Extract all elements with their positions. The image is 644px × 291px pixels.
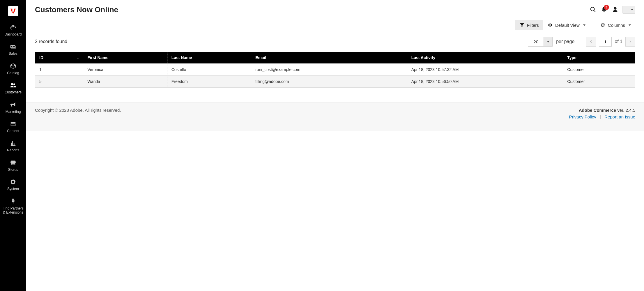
sidebar-item-content[interactable]: Content (0, 117, 26, 136)
cell-activity: Apr 18, 2023 10:57:32 AM (407, 64, 563, 76)
people-icon (0, 81, 26, 89)
sidebar-item-sales[interactable]: Sales (0, 40, 26, 59)
next-page-button[interactable] (625, 37, 635, 47)
cell-last: Costello (167, 64, 251, 76)
col-header-last-activity[interactable]: Last Activity (407, 52, 563, 64)
notifications-button[interactable]: 3 (599, 4, 610, 15)
sidebar-item-reports[interactable]: Reports (0, 136, 26, 156)
records-found-text: 2 records found (35, 39, 67, 44)
chevron-right-icon (629, 40, 632, 43)
cell-id: 5 (35, 76, 83, 88)
adobe-logo-icon (10, 8, 16, 14)
product-name: Adobe Commerce (579, 108, 616, 113)
nav-label: Stores (0, 168, 26, 172)
sidebar: Dashboard Sales Catalog Customers Market (0, 0, 26, 291)
footer-divider: | (600, 114, 601, 119)
cell-email: tilling@adobe.com (251, 76, 407, 88)
account-button[interactable] (610, 4, 621, 15)
nav-label: Reports (0, 148, 26, 152)
page-title: Customers Now Online (35, 5, 118, 14)
table-header-row: ID ↓ First Name Last Name Email Last Act… (35, 52, 635, 64)
gear-icon (0, 178, 26, 186)
filters-label: Filters (527, 23, 539, 28)
col-label: Type (567, 55, 576, 60)
user-icon (612, 6, 618, 13)
page-size-control: per page (528, 37, 574, 47)
nav-label: Content (0, 129, 26, 133)
nav-label: Marketing (0, 110, 26, 114)
store-icon (0, 159, 26, 166)
col-label: Email (255, 55, 266, 60)
col-label: First Name (87, 55, 108, 60)
cash-icon (0, 43, 26, 50)
copyright-text: Copyright © 2023 Adobe. All rights reser… (35, 108, 121, 119)
notification-badge: 3 (604, 5, 609, 10)
pager: of 1 (586, 37, 635, 47)
cell-last: Freedom (167, 76, 251, 88)
cell-type: Customer (563, 64, 635, 76)
brand-logo[interactable] (8, 6, 18, 16)
cell-email: roni_cost@example.com (251, 64, 407, 76)
sidebar-item-system[interactable]: System (0, 175, 26, 194)
nav-label: Sales (0, 52, 26, 56)
caret-down-icon (547, 41, 549, 42)
layout-icon (0, 120, 26, 128)
default-view-dropdown[interactable]: Default View (543, 20, 590, 30)
page-header: Customers Now Online 3 (26, 0, 644, 18)
caret-down-icon (583, 24, 585, 26)
col-label: Last Activity (411, 55, 436, 60)
page-of-text: of 1 (615, 39, 622, 44)
page-size-input[interactable] (528, 37, 544, 47)
cell-activity: Apr 18, 2023 10:56:50 AM (407, 76, 563, 88)
cell-id: 1 (35, 64, 83, 76)
default-view-label: Default View (555, 23, 580, 28)
sidebar-item-stores[interactable]: Stores (0, 156, 26, 175)
bar-chart-icon (0, 139, 26, 147)
chevron-left-icon (589, 40, 593, 43)
funnel-icon (519, 22, 525, 28)
filters-button[interactable]: Filters (515, 20, 543, 30)
nav-label: System (0, 187, 26, 191)
toolbar-separator (593, 22, 593, 29)
grid-toolbar: Filters Default View Columns (26, 18, 644, 33)
cell-first: Veronica (83, 64, 167, 76)
columns-dropdown[interactable]: Columns (596, 20, 635, 30)
col-label: ID (39, 55, 43, 60)
col-label: Last Name (171, 55, 192, 60)
table-row[interactable]: 5WandaFreedomtilling@adobe.comApr 18, 20… (35, 76, 635, 88)
sidebar-item-catalog[interactable]: Catalog (0, 59, 26, 79)
page-number-input[interactable] (599, 37, 612, 47)
sidebar-item-marketing[interactable]: Marketing (0, 98, 26, 117)
records-bar: 2 records found per page of 1 (26, 33, 644, 52)
page-footer: Copyright © 2023 Adobe. All rights reser… (26, 102, 644, 131)
caret-down-icon (631, 9, 633, 10)
table-row[interactable]: 1VeronicaCostelloroni_cost@example.comAp… (35, 64, 635, 76)
nav-label: Customers (0, 90, 26, 94)
cog-icon (600, 22, 606, 28)
nav-label: Catalog (0, 71, 26, 75)
report-issue-link[interactable]: Report an Issue (604, 114, 635, 119)
sidebar-item-partners[interactable]: Find Partners & Extensions (0, 195, 26, 218)
search-button[interactable] (588, 4, 599, 15)
columns-label: Columns (608, 23, 625, 28)
sidebar-item-customers[interactable]: Customers (0, 79, 26, 98)
cell-type: Customer (563, 76, 635, 88)
privacy-policy-link[interactable]: Privacy Policy (569, 114, 596, 119)
main-content: Customers Now Online 3 Filters (26, 0, 644, 291)
col-header-id[interactable]: ID ↓ (35, 52, 83, 64)
plug-icon (0, 198, 26, 205)
col-header-first-name[interactable]: First Name (83, 52, 167, 64)
user-menu-dropdown[interactable] (622, 6, 635, 14)
megaphone-icon (0, 101, 26, 109)
col-header-email[interactable]: Email (251, 52, 407, 64)
nav-label: Find Partners & Extensions (0, 206, 26, 215)
prev-page-button[interactable] (586, 37, 596, 47)
eye-icon (548, 22, 553, 28)
col-header-type[interactable]: Type (563, 52, 635, 64)
col-header-last-name[interactable]: Last Name (167, 52, 251, 64)
page-size-dropdown-button[interactable] (544, 37, 553, 47)
cell-first: Wanda (83, 76, 167, 88)
per-page-label: per page (556, 39, 574, 44)
sidebar-item-dashboard[interactable]: Dashboard (0, 21, 26, 40)
search-icon (590, 6, 596, 13)
